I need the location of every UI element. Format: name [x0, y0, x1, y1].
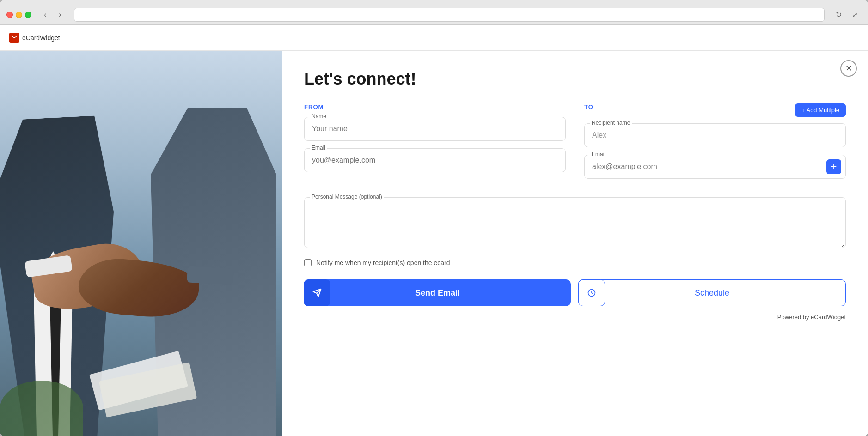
to-column-header: TO + Add Multiple — [584, 103, 846, 117]
schedule-label: Schedule — [695, 288, 729, 298]
to-label: TO — [584, 103, 593, 110]
traffic-lights — [6, 12, 31, 18]
schedule-icon — [578, 279, 605, 306]
forward-button[interactable]: › — [54, 8, 67, 21]
add-email-button[interactable]: + — [826, 159, 841, 174]
browser-chrome: ‹ › ↻ ⤢ — [0, 0, 868, 25]
from-email-input[interactable] — [304, 148, 566, 172]
notify-checkbox[interactable] — [304, 259, 312, 266]
form-panel: ✕ Let's connect! FROM Name Email — [282, 51, 868, 436]
from-email-field-group: Email — [304, 148, 566, 172]
notify-text: Notify me when my recipient(s) open the … — [316, 259, 450, 266]
reload-button[interactable]: ↻ — [832, 8, 845, 21]
message-wrapper: Personal Message (optional) — [304, 197, 846, 250]
close-traffic-light[interactable] — [6, 12, 13, 18]
nav-buttons: ‹ › — [39, 8, 67, 21]
close-button[interactable]: ✕ — [840, 60, 857, 77]
page-content: eCardWidget — [0, 25, 868, 436]
browser-window: ‹ › ↻ ⤢ eCardWidget — [0, 0, 868, 436]
logo-area: eCardWidget — [9, 33, 60, 43]
schedule-button[interactable]: Schedule — [578, 279, 846, 306]
message-textarea[interactable] — [304, 197, 846, 248]
from-label: FROM — [304, 103, 566, 110]
photo-background — [0, 51, 282, 436]
logo-text: eCardWidget — [22, 34, 60, 42]
to-name-field-group: Recipient name — [584, 123, 846, 147]
form-title: Let's connect! — [304, 69, 846, 89]
to-name-input[interactable] — [584, 123, 846, 147]
from-email-label: Email — [310, 145, 327, 151]
maximize-traffic-light[interactable] — [25, 12, 31, 18]
send-email-label: Send Email — [415, 288, 460, 298]
message-section: Personal Message (optional) — [304, 197, 846, 250]
back-button[interactable]: ‹ — [39, 8, 52, 21]
form-columns: FROM Name Email TO — [304, 103, 846, 186]
logo-icon — [9, 33, 19, 43]
to-column: TO + Add Multiple Recipient name Email + — [584, 103, 846, 186]
from-name-input[interactable] — [304, 117, 566, 141]
to-name-label: Recipient name — [590, 120, 632, 126]
main-layout: ✕ Let's connect! FROM Name Email — [0, 51, 868, 436]
send-icon — [304, 279, 330, 306]
notify-row: Notify me when my recipient(s) open the … — [304, 259, 846, 266]
send-email-button[interactable]: Send Email — [304, 279, 571, 306]
add-multiple-button[interactable]: + Add Multiple — [795, 103, 846, 117]
minimize-traffic-light[interactable] — [16, 12, 22, 18]
to-email-label: Email — [590, 151, 607, 157]
powered-by-text: Powered by eCardWidget — [777, 314, 846, 321]
to-email-field-group: Email + — [584, 155, 846, 179]
from-column: FROM Name Email — [304, 103, 566, 186]
powered-by: Powered by eCardWidget — [304, 314, 846, 321]
message-label: Personal Message (optional) — [310, 194, 384, 200]
name-field-group: Name — [304, 117, 566, 141]
to-email-wrapper: + — [584, 155, 846, 179]
expand-button[interactable]: ⤢ — [849, 8, 862, 21]
from-name-label: Name — [310, 113, 328, 120]
to-email-input[interactable] — [584, 155, 846, 179]
address-bar[interactable] — [74, 8, 825, 22]
action-buttons: Send Email Schedule — [304, 279, 846, 306]
top-bar: eCardWidget — [0, 25, 868, 51]
photo-panel — [0, 51, 282, 436]
